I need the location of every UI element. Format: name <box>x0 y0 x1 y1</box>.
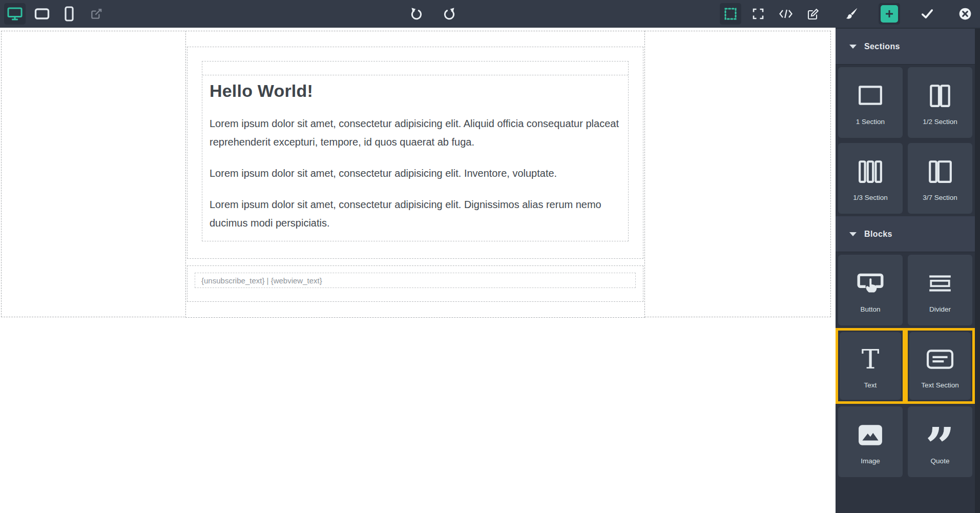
empty-text-row[interactable] <box>202 61 628 75</box>
toggle-borders-button[interactable] <box>720 3 741 25</box>
code-view-button[interactable] <box>775 3 797 25</box>
sidebar-scrollbar[interactable] <box>975 29 980 513</box>
edit-square-icon <box>807 7 820 20</box>
image-block-icon <box>855 419 886 451</box>
add-block-button[interactable] <box>879 3 900 25</box>
tile-image-block[interactable]: Image <box>836 404 905 480</box>
three-seven-section-icon <box>925 156 955 188</box>
email-paragraph[interactable]: Lorem ipsum dolor sit amet, consectetur … <box>210 114 621 151</box>
editor-main: Hello World! Lorem ipsum dolor sit amet,… <box>0 28 980 513</box>
paintbrush-icon <box>845 7 858 20</box>
tile-label: Button <box>860 305 880 313</box>
text-section-block-icon <box>925 343 955 375</box>
close-icon <box>958 7 972 20</box>
blocks-header-label: Blocks <box>864 230 892 239</box>
mobile-icon <box>64 6 74 22</box>
device-preview-group <box>4 0 107 28</box>
text-block[interactable]: Hello World! Lorem ipsum dolor sit amet,… <box>202 61 629 241</box>
one-section-icon <box>855 80 886 112</box>
history-group <box>406 0 460 28</box>
tile-half-section[interactable]: 1/2 Section <box>905 65 975 140</box>
tablet-icon <box>34 8 50 20</box>
blocks-header[interactable]: Blocks <box>836 216 975 252</box>
tile-1-section[interactable]: 1 Section <box>836 65 905 140</box>
tile-button-block[interactable]: Button <box>836 252 905 328</box>
desktop-icon <box>7 7 23 21</box>
tablet-preview-button[interactable] <box>31 3 53 25</box>
email-paragraph[interactable]: Lorem ipsum dolor sit amet, consectetur … <box>210 195 621 232</box>
external-link-icon <box>90 7 103 20</box>
tile-label: 1/2 Section <box>923 118 957 126</box>
edit-button[interactable] <box>803 3 824 25</box>
email-container[interactable]: Hello World! Lorem ipsum dolor sit amet,… <box>185 31 645 318</box>
third-section-icon <box>855 156 886 188</box>
email-canvas[interactable]: Hello World! Lorem ipsum dolor sit amet,… <box>0 28 836 513</box>
tile-label: Divider <box>929 305 951 313</box>
plus-icon <box>881 5 898 23</box>
fullscreen-button[interactable] <box>747 3 769 25</box>
redo-icon <box>443 7 456 20</box>
tile-divider-block[interactable]: Divider <box>905 252 975 328</box>
tile-three-seven-section[interactable]: 3/7 Section <box>905 140 975 216</box>
undo-icon <box>410 7 423 20</box>
sections-header-label: Sections <box>864 42 900 51</box>
divider-block-icon <box>925 268 955 299</box>
blocks-sidebar: Sections 1 Section <box>836 28 980 513</box>
half-section-icon <box>925 80 955 112</box>
code-icon <box>779 8 793 20</box>
sections-header[interactable]: Sections <box>836 29 975 65</box>
tile-text-block[interactable]: T Text <box>836 328 905 404</box>
text-section-block[interactable]: Hello World! Lorem ipsum dolor sit amet,… <box>187 47 643 259</box>
chevron-down-icon <box>849 45 857 49</box>
external-preview-button[interactable] <box>86 3 107 25</box>
top-toolbar <box>0 0 980 28</box>
redo-button[interactable] <box>439 3 460 25</box>
paintbrush-button[interactable] <box>841 3 862 25</box>
button-block-icon <box>856 268 885 299</box>
tile-label: 1 Section <box>856 118 885 126</box>
fullscreen-icon <box>752 8 764 20</box>
unsubscribe-webview-block[interactable]: {unsubscribe_text} | {webview_text} <box>195 273 636 288</box>
chevron-down-icon <box>849 232 857 236</box>
email-heading[interactable]: Hello World! <box>210 81 621 101</box>
tile-third-section[interactable]: 1/3 Section <box>836 140 905 216</box>
tile-text-section-block[interactable]: Text Section <box>905 328 975 404</box>
tile-quote-block[interactable]: ” Quote <box>905 404 975 480</box>
dotted-square-icon <box>723 7 738 21</box>
tile-label: Text Section <box>921 381 959 389</box>
email-paragraph[interactable]: Lorem ipsum dolor sit amet, consectetur … <box>210 164 621 182</box>
tile-label: Image <box>861 457 880 465</box>
check-icon <box>921 7 934 20</box>
close-button[interactable] <box>954 3 976 25</box>
tile-label: 3/7 Section <box>923 194 957 201</box>
tile-label: 1/3 Section <box>853 194 888 201</box>
apply-button[interactable] <box>916 3 938 25</box>
quote-block-icon: ” <box>925 419 955 451</box>
actions-group <box>720 0 976 28</box>
mobile-preview-button[interactable] <box>58 3 80 25</box>
footer-section-block[interactable]: {unsubscribe_text} | {webview_text} <box>187 265 643 302</box>
email-body-frame[interactable]: Hello World! Lorem ipsum dolor sit amet,… <box>1 31 831 317</box>
tile-label: Text <box>864 381 877 389</box>
text-block-icon: T <box>862 343 880 375</box>
desktop-preview-button[interactable] <box>4 3 26 25</box>
undo-button[interactable] <box>406 3 427 25</box>
